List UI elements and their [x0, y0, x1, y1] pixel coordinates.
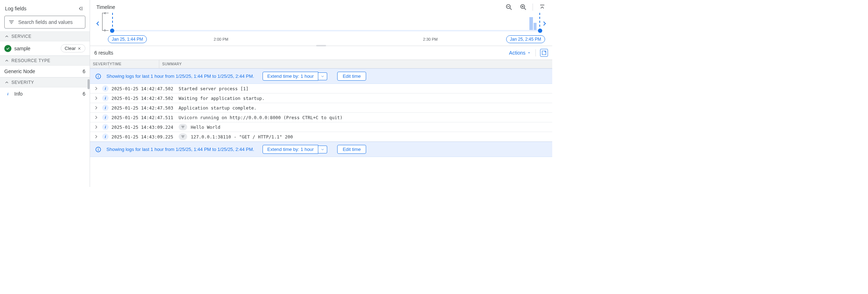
log-row[interactable]: i2025-01-25 14:42:47.511Uvicorn running …	[90, 113, 552, 122]
section-header-severity[interactable]: SEVERITY	[0, 77, 90, 87]
actions-dropdown[interactable]: Actions	[509, 50, 531, 56]
range-handle-start[interactable]	[110, 29, 114, 33]
filter-icon	[8, 19, 15, 25]
x-tick: 2:00 PM	[214, 37, 228, 41]
collapse-timeline-button[interactable]	[537, 2, 547, 12]
service-row-sample[interactable]: sample Clear	[0, 41, 90, 56]
time-range-banner-bottom: Showing logs for last 1 hour from 1/25/2…	[90, 142, 552, 157]
log-timestamp: 2025-01-25 14:43:09.225	[111, 134, 176, 140]
range-end-pill[interactable]: Jan 25, 2:45 PM	[506, 35, 545, 43]
divider	[535, 49, 536, 56]
log-timestamp: 2025-01-25 14:42:47.511	[111, 115, 176, 120]
log-timestamp: 2025-01-25 14:42:47.503	[111, 105, 176, 111]
severity-name: Info	[14, 91, 23, 97]
expand-row-button[interactable]	[94, 134, 99, 139]
clear-label: Clear	[65, 46, 76, 51]
timeline-title: Timeline	[95, 4, 115, 10]
range-marker-end	[539, 13, 540, 31]
fullscreen-icon	[542, 50, 547, 55]
collapse-sidebar-button[interactable]	[75, 4, 85, 14]
timeline-x-axis: Jan 25, 1:44 PM 2:00 PM 2:30 PM Jan 25, …	[94, 34, 549, 46]
range-handle-end[interactable]	[538, 29, 542, 33]
svg-point-5	[98, 75, 99, 76]
trace-icon[interactable]	[179, 124, 187, 130]
edit-time-button[interactable]: Edit time	[337, 72, 366, 81]
log-message: Started server process [1]	[179, 86, 249, 91]
trace-icon[interactable]	[179, 133, 187, 140]
extend-time-dropdown[interactable]	[318, 72, 327, 80]
clear-service-button[interactable]: Clear	[61, 44, 85, 52]
section-header-service[interactable]: SERVICE	[0, 31, 90, 41]
svg-point-8	[98, 148, 99, 149]
col-header-severity[interactable]: SEVERITY	[90, 60, 109, 68]
range-start-pill[interactable]: Jan 25, 1:44 PM	[108, 35, 147, 43]
severity-info-icon: i	[102, 85, 109, 92]
severity-row-info[interactable]: i Info 6	[0, 87, 90, 100]
chevron-right-icon	[94, 134, 99, 139]
sidebar-scrollbar[interactable]	[88, 79, 90, 89]
histogram-bars	[529, 17, 537, 30]
log-timestamp: 2025-01-25 14:42:47.502	[111, 96, 176, 101]
info-icon	[95, 146, 101, 153]
expand-row-button[interactable]	[94, 86, 99, 91]
results-count: 6 results	[94, 50, 113, 56]
main-content: Timeline 4 0	[90, 0, 552, 187]
banner-text: Showing logs for last 1 hour from 1/25/2…	[106, 74, 254, 79]
svg-rect-9	[98, 149, 99, 151]
log-row[interactable]: i2025-01-25 14:42:47.502Started server p…	[90, 84, 552, 93]
severity-info-icon: i	[102, 124, 109, 130]
resource-type-row[interactable]: Generic Node 6	[0, 66, 90, 77]
timeline-chart[interactable]: 4 0	[94, 13, 549, 34]
expand-row-button[interactable]	[94, 115, 99, 120]
expand-row-button[interactable]	[94, 125, 99, 130]
section-header-resource-type-label: RESOURCE TYPE	[11, 58, 50, 63]
chevron-down-icon	[320, 147, 325, 152]
extend-time-dropdown[interactable]	[318, 146, 327, 153]
col-header-time[interactable]: TIME	[109, 60, 159, 68]
severity-info-icon: i	[102, 105, 109, 111]
log-message: Waiting for application startup.	[179, 96, 265, 101]
severity-info-icon: i	[102, 95, 109, 101]
log-row[interactable]: i2025-01-25 14:42:47.503Application star…	[90, 103, 552, 113]
caret-down-icon	[527, 51, 531, 55]
extend-time-button[interactable]: Extend time by: 1 hour	[263, 72, 318, 81]
section-header-resource-type[interactable]: RESOURCE TYPE	[0, 56, 90, 66]
timeline-section: Timeline 4 0	[90, 0, 552, 46]
chevron-left-icon	[95, 20, 101, 27]
chevron-right-icon	[94, 96, 99, 101]
expand-row-button[interactable]	[94, 96, 99, 101]
log-timestamp: 2025-01-25 14:43:09.224	[111, 125, 176, 130]
timeline-prev-button[interactable]	[94, 13, 102, 34]
zoom-out-icon	[505, 3, 513, 11]
section-header-service-label: SERVICE	[11, 34, 31, 39]
x-tick: 2:30 PM	[423, 37, 438, 41]
search-fields-input-wrap[interactable]	[4, 16, 85, 29]
timeline-track[interactable]	[112, 30, 540, 31]
close-icon	[77, 46, 81, 51]
log-row[interactable]: i2025-01-25 14:42:47.502Waiting for appl…	[90, 93, 552, 103]
extend-time-button[interactable]: Extend time by: 1 hour	[263, 145, 318, 154]
chevron-right-icon	[94, 125, 99, 130]
results-bar: 6 results Actions	[90, 46, 552, 60]
expand-row-button[interactable]	[94, 105, 99, 110]
search-fields-input[interactable]	[18, 19, 81, 25]
zoom-out-button[interactable]	[504, 2, 514, 12]
chevron-right-icon	[94, 105, 99, 110]
col-header-summary[interactable]: SUMMARY	[159, 60, 552, 68]
zoom-in-button[interactable]	[518, 2, 528, 12]
chevron-left-bar-icon	[77, 5, 84, 12]
edit-time-button[interactable]: Edit time	[337, 145, 366, 154]
log-row[interactable]: i2025-01-25 14:43:09.224Hello World	[90, 122, 552, 132]
chevron-up-icon	[4, 58, 9, 63]
log-message: 127.0.0.1:38110 - "GET / HTTP/1.1" 200	[191, 134, 293, 140]
log-timestamp: 2025-01-25 14:42:47.502	[111, 86, 176, 91]
resize-handle[interactable]	[316, 45, 326, 46]
log-row[interactable]: i2025-01-25 14:43:09.225127.0.0.1:38110 …	[90, 132, 552, 142]
chevron-up-icon	[4, 34, 9, 39]
fullscreen-button[interactable]	[540, 49, 548, 57]
chevron-up-icon	[4, 80, 9, 85]
banner-text: Showing logs for last 1 hour from 1/25/2…	[106, 147, 254, 152]
log-message: Application startup complete.	[179, 105, 256, 111]
actions-label: Actions	[509, 50, 525, 56]
info-icon: i	[4, 90, 11, 97]
